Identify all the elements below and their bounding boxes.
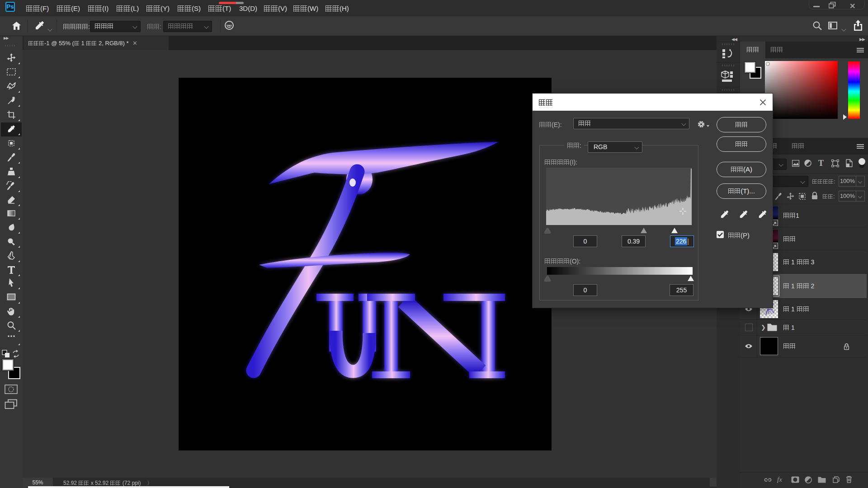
svg-text:UN: UN <box>768 309 775 314</box>
